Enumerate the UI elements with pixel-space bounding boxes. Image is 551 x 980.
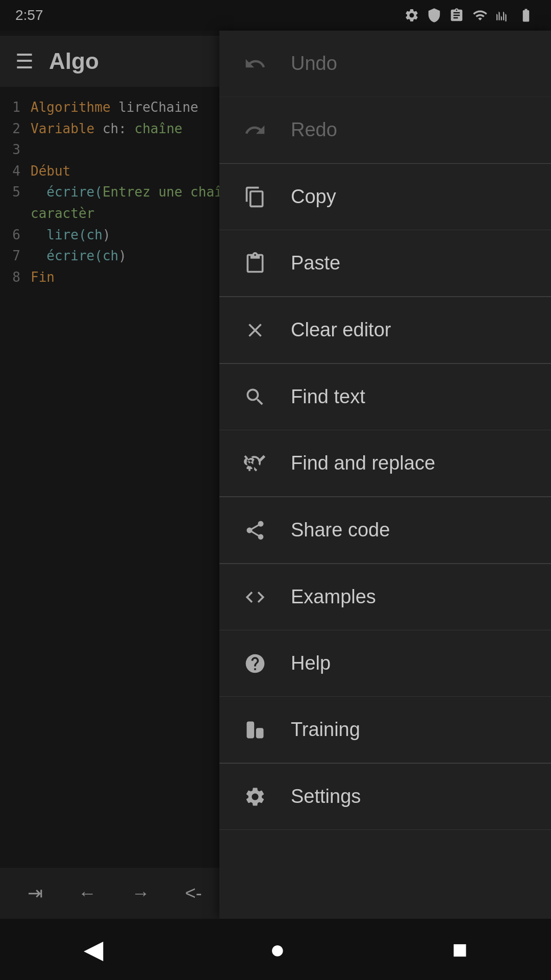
menu-item-share-code[interactable]: Share code bbox=[219, 497, 551, 564]
find-replace-icon bbox=[240, 448, 270, 479]
share-code-label: Share code bbox=[291, 519, 390, 541]
menu-item-training[interactable]: Training bbox=[219, 697, 551, 763]
menu-item-examples[interactable]: Examples bbox=[219, 564, 551, 630]
dropdown-menu: Undo Redo Copy Paste bbox=[219, 31, 551, 919]
redo-label: Redo bbox=[291, 119, 337, 141]
training-icon bbox=[240, 715, 270, 745]
examples-icon bbox=[240, 582, 270, 612]
clear-editor-label: Clear editor bbox=[291, 319, 391, 341]
menu-item-find-replace[interactable]: Find and replace bbox=[219, 430, 551, 497]
redo-icon bbox=[240, 115, 270, 145]
settings-label: Settings bbox=[291, 786, 361, 807]
undo-icon bbox=[240, 48, 270, 79]
menu-item-redo[interactable]: Redo bbox=[219, 97, 551, 163]
find-text-label: Find text bbox=[291, 386, 365, 408]
menu-item-find-text[interactable]: Find text bbox=[219, 364, 551, 430]
menu-item-undo[interactable]: Undo bbox=[219, 31, 551, 97]
recents-nav-button[interactable]: ■ bbox=[452, 935, 467, 964]
share-code-icon bbox=[240, 515, 270, 546]
training-label: Training bbox=[291, 719, 360, 741]
find-replace-label: Find and replace bbox=[291, 452, 435, 474]
find-text-icon bbox=[240, 382, 270, 412]
copy-icon bbox=[240, 182, 270, 212]
help-icon bbox=[240, 648, 270, 679]
menu-item-help[interactable]: Help bbox=[219, 630, 551, 697]
menu-item-paste[interactable]: Paste bbox=[219, 230, 551, 297]
undo-label: Undo bbox=[291, 53, 337, 75]
paste-icon bbox=[240, 248, 270, 279]
settings-menu-icon bbox=[240, 781, 270, 812]
help-label: Help bbox=[291, 652, 331, 674]
clear-editor-icon bbox=[240, 315, 270, 346]
navigation-bar: ◀ ● ■ bbox=[0, 919, 551, 980]
examples-label: Examples bbox=[291, 586, 376, 608]
menu-item-settings[interactable]: Settings bbox=[219, 764, 551, 830]
home-nav-button[interactable]: ● bbox=[270, 935, 285, 964]
menu-item-clear-editor[interactable]: Clear editor bbox=[219, 297, 551, 363]
back-nav-button[interactable]: ◀ bbox=[84, 935, 103, 964]
paste-label: Paste bbox=[291, 252, 340, 274]
menu-item-copy[interactable]: Copy bbox=[219, 164, 551, 230]
copy-label: Copy bbox=[291, 186, 336, 208]
